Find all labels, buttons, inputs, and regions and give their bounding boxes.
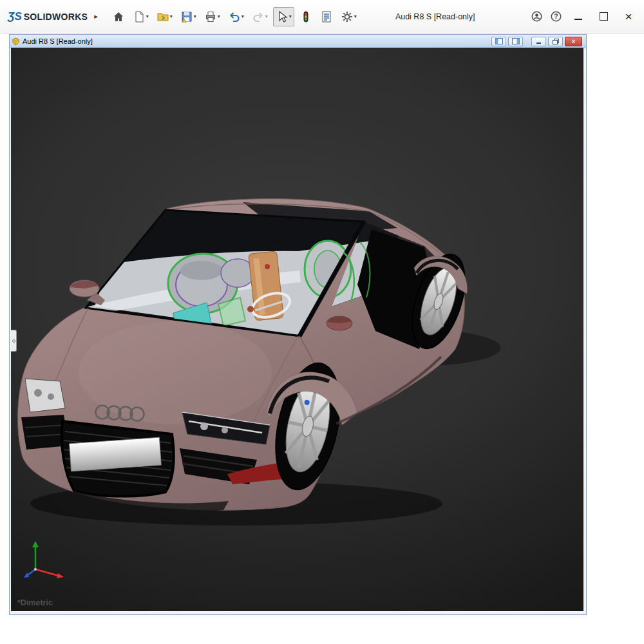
close-icon: ×: [625, 10, 632, 23]
save-icon: [180, 10, 193, 23]
close-icon: ×: [572, 38, 576, 45]
y-axis-arrow[interactable]: [32, 541, 39, 547]
dassault-3ds-logo-mark: ƷS: [8, 10, 22, 23]
open-folder-icon: [156, 10, 169, 23]
dropdown-arrow-icon[interactable]: ▾: [354, 14, 357, 19]
panel-collapse-tab[interactable]: [11, 330, 17, 352]
window-title: Audi R8 S [Read-only]: [395, 12, 475, 21]
print-icon: [204, 10, 217, 23]
rebuild-button[interactable]: [297, 7, 315, 26]
dropdown-arrow-icon[interactable]: ▾: [146, 14, 149, 19]
minimize-icon: [574, 19, 582, 20]
document-titlebar[interactable]: Audi R8 S [Read-only] ×: [10, 35, 586, 48]
close-button[interactable]: ×: [620, 7, 638, 26]
undo-button[interactable]: ▾: [225, 7, 247, 26]
maximize-icon: [600, 12, 608, 21]
select-cursor-icon: [276, 10, 289, 23]
minimize-button[interactable]: [569, 7, 587, 26]
pane-toggle-right-button[interactable]: [508, 37, 523, 46]
dropdown-arrow-icon[interactable]: ▾: [218, 14, 220, 19]
new-document-button[interactable]: ▾: [130, 7, 151, 26]
dropdown-arrow-icon[interactable]: ▾: [170, 14, 173, 19]
select-tool-button[interactable]: ▾: [273, 7, 294, 26]
maximize-button[interactable]: [594, 7, 612, 26]
dropdown-arrow-icon[interactable]: ▾: [242, 14, 244, 19]
pane-toggle-right-icon: [512, 38, 520, 44]
restore-icon: [553, 39, 559, 44]
undo-icon: [228, 10, 241, 23]
print-button[interactable]: ▾: [202, 7, 223, 26]
left-headlight[interactable]: [25, 379, 65, 412]
help-icon: ?: [550, 10, 562, 23]
document-window: Audi R8 S [Read-only] ×: [9, 34, 587, 615]
new-document-icon: [133, 10, 146, 23]
redo-icon: [252, 10, 265, 23]
help-button[interactable]: ?: [550, 10, 562, 23]
pane-toggle-left-icon: [495, 38, 503, 44]
expand-toolbar-chevron-icon[interactable]: ▸: [94, 12, 98, 21]
solidworks-logo: ƷS SOLIDWORKS: [8, 10, 88, 23]
part-document-icon: [12, 37, 20, 46]
orientation-triad[interactable]: [19, 536, 73, 582]
dropdown-arrow-icon[interactable]: ▾: [289, 14, 292, 19]
view-orientation-label: *Dimetric: [17, 598, 53, 607]
dropdown-arrow-icon[interactable]: ▾: [194, 14, 196, 19]
minimize-icon: [536, 43, 541, 44]
right-mirror[interactable]: [327, 316, 352, 330]
license-plate[interactable]: [70, 437, 162, 471]
save-button[interactable]: ▾: [178, 7, 199, 26]
options-gear-icon: [341, 10, 354, 23]
home-button[interactable]: [109, 7, 128, 26]
document-title: Audi R8 S [Read-only]: [23, 37, 93, 45]
home-icon: [112, 10, 125, 23]
document-restore-button[interactable]: [548, 37, 563, 46]
app-titlebar: ƷS SOLIDWORKS ▸ ▾ ▾ ▾ ▾ ▾ ▾ ▾: [0, 0, 644, 33]
collapse-handle-icon: [12, 339, 15, 343]
document-close-button[interactable]: ×: [565, 37, 582, 46]
file-properties-button[interactable]: [317, 7, 336, 26]
document-minimize-button[interactable]: [531, 37, 546, 46]
user-account-icon: [531, 10, 543, 23]
user-account-button[interactable]: [531, 10, 543, 23]
open-button[interactable]: ▾: [154, 7, 175, 26]
pane-toggle-left-button[interactable]: [491, 37, 506, 46]
x-axis-arrow[interactable]: [57, 573, 64, 578]
solidworks-wordmark: SOLIDWORKS: [24, 12, 88, 22]
svg-text:?: ?: [554, 13, 558, 20]
graphics-viewport[interactable]: *Dimetric: [11, 48, 583, 611]
dropdown-arrow-icon[interactable]: ▾: [265, 14, 268, 19]
redo-button[interactable]: ▾: [249, 7, 270, 26]
car-model-audi-r8[interactable]: [11, 48, 583, 611]
rebuild-traffic-light-icon: [299, 10, 312, 23]
file-properties-icon: [320, 10, 333, 23]
options-button[interactable]: ▾: [338, 7, 359, 26]
